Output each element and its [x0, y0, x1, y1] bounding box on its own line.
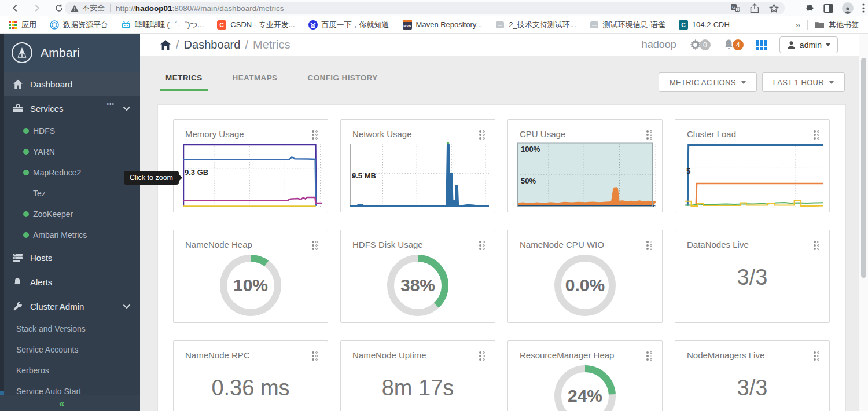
donut-value: 38% — [400, 276, 435, 295]
resourcemanager-heap-donut[interactable]: 24% — [508, 362, 662, 411]
namenode-uptime-value-area[interactable]: 8m 17s — [341, 361, 495, 411]
cpu-usage-chart[interactable]: 100%50% — [517, 142, 655, 207]
sidebar-collapse-bar[interactable]: « — [0, 395, 140, 411]
home-icon[interactable] — [160, 39, 171, 50]
tab-config-history[interactable]: CONFIG HISTORY — [303, 74, 383, 91]
sidebar-item-zookeeper[interactable]: ZooKeeper — [0, 204, 140, 225]
reload-icon[interactable] — [53, 2, 65, 14]
sidebar-nav: DashboardServices•••HDFSYARNMapReduce2Te… — [0, 72, 140, 402]
breadcrumb-metrics: Metrics — [253, 38, 290, 52]
bookmark-label: 测试环境信息·语雀 — [603, 20, 665, 30]
drag-handle-icon[interactable] — [814, 129, 820, 140]
card-cpu-usage: CPU Usage100%50% — [507, 119, 663, 212]
address-bar[interactable]: 不安全 http://hadoop01:8080/#/main/dashboar… — [65, 2, 785, 14]
sidebar-item-dashboard[interactable]: Dashboard — [0, 72, 140, 96]
url-text[interactable]: http://hadoop01:8080/#/main/dashboard/me… — [116, 4, 284, 13]
sidebar-item-tez[interactable]: Tez — [0, 183, 140, 204]
chevron-down-icon[interactable] — [123, 106, 131, 111]
bookmark-2[interactable]: 2_技术支持测试环... — [495, 20, 576, 30]
alerts-button[interactable]: 4 — [723, 39, 744, 51]
page-scrollbar[interactable] — [859, 34, 868, 411]
bookmarks-overflow-chevron[interactable]: » — [796, 20, 800, 30]
sidebar-item-stack-and-versions[interactable]: Stack and Versions — [0, 318, 140, 339]
cluster-load-chart[interactable]: 5 — [685, 142, 822, 207]
page-scrollbar-thumb[interactable] — [861, 58, 866, 278]
forward-icon[interactable] — [31, 2, 43, 14]
views-grid-icon[interactable] — [756, 40, 767, 50]
sidebar-item-ambari-metrics[interactable]: Ambari Metrics — [0, 225, 140, 245]
bell-icon — [13, 277, 23, 287]
drag-handle-icon[interactable] — [312, 240, 318, 251]
hdfs-disk-usage-donut[interactable]: 38% — [341, 251, 495, 320]
tab-heatmaps[interactable]: HEATMAPS — [227, 74, 283, 91]
namenode-rpc-value-area[interactable]: 0.36 ms — [174, 361, 328, 411]
drag-handle-icon[interactable] — [646, 350, 653, 361]
chart-y-label: 50% — [521, 177, 536, 185]
nodemanagers-live-value-area[interactable]: 3/3 — [675, 361, 829, 411]
browser-menu-kebab-icon[interactable] — [862, 3, 865, 13]
sidebar-item-yarn[interactable]: YARN — [0, 141, 140, 162]
network-usage-chart[interactable]: 9.5 MB — [350, 142, 488, 207]
sidebar-item-hdfs[interactable]: HDFS — [0, 120, 140, 141]
breadcrumb-dashboard[interactable]: Dashboard — [184, 38, 241, 52]
drag-handle-icon[interactable] — [646, 129, 653, 140]
drag-handle-icon[interactable] — [814, 240, 820, 251]
sidebar-item-label: MapReduce2 — [33, 168, 81, 177]
sidebar-scrollbar[interactable] — [0, 34, 4, 411]
extensions-puzzle-icon[interactable] — [804, 3, 815, 13]
metric-actions-button[interactable]: METRIC ACTIONS — [659, 72, 757, 92]
bookmark-104-2-cdh[interactable]: C104.2-CDH — [679, 20, 730, 30]
bookmark-csdn[interactable]: CCSDN - 专业开发... — [217, 20, 295, 30]
chevron-down-icon — [741, 81, 746, 84]
chevron-down-icon[interactable] — [123, 304, 131, 309]
page-header: / Dashboard / Metrics hadoop 0 4 admin — [140, 34, 868, 56]
drag-handle-icon[interactable] — [312, 350, 318, 361]
memory-usage-chart[interactable]: 9.3 GB — [183, 142, 321, 207]
sidebar-item-label: Service Auto Start — [16, 387, 81, 396]
bookmark-[interactable]: 数据资源平台 — [50, 20, 108, 30]
sidebar-item-services[interactable]: Services••• — [0, 96, 140, 120]
sidebar-item-service-accounts[interactable]: Service Accounts — [0, 339, 140, 360]
service-status-dot-green — [23, 232, 29, 238]
drag-handle-icon[interactable] — [479, 350, 486, 361]
service-status-dot-green — [23, 149, 29, 155]
svg-text:C: C — [220, 21, 225, 28]
bookmark-[interactable]: 测试环境信息·语雀 — [590, 20, 665, 30]
sidebar-item-hosts[interactable]: Hosts — [0, 245, 140, 270]
card-title: ResourceManager Heap — [520, 350, 614, 360]
background-ops-button[interactable]: 0 — [689, 39, 711, 51]
other-bookmarks-folder[interactable]: 其他书签 — [815, 20, 859, 30]
share-icon[interactable] — [750, 3, 759, 13]
profile-avatar[interactable] — [842, 2, 854, 14]
more-actions-icon[interactable]: ••• — [106, 101, 115, 107]
drag-handle-icon[interactable] — [479, 129, 486, 140]
bookmark-star-icon[interactable] — [769, 3, 779, 13]
collapse-sidebar-icon[interactable]: « — [59, 398, 64, 409]
security-label[interactable]: 不安全 — [82, 3, 105, 13]
bookmark-[interactable]: 应用 — [8, 20, 36, 30]
back-icon[interactable] — [9, 2, 21, 14]
tab-metrics[interactable]: METRICS — [160, 74, 208, 91]
sidebar-item-cluster-admin[interactable]: Cluster Admin — [0, 294, 140, 318]
data-platform-icon — [50, 20, 59, 30]
drag-handle-icon[interactable] — [479, 240, 486, 251]
time-range-button[interactable]: LAST 1 HOUR — [762, 72, 845, 92]
bookmark-maven-repository[interactable]: MVNMaven Repository... — [403, 20, 483, 30]
translate-icon[interactable]: G文 — [730, 3, 740, 13]
sidebar-item-label: ZooKeeper — [33, 210, 73, 219]
sidebar-item-alerts[interactable]: Alerts — [0, 270, 140, 294]
side-panel-icon[interactable] — [823, 3, 833, 13]
bookmark-label: 数据资源平台 — [63, 20, 108, 30]
user-menu-button[interactable]: admin — [779, 36, 838, 53]
drag-handle-icon[interactable] — [814, 350, 820, 361]
bookmark-[interactable]: du百度一下，你就知道 — [308, 20, 389, 30]
sidebar-item-kerberos[interactable]: Kerberos — [0, 360, 140, 381]
drag-handle-icon[interactable] — [312, 129, 318, 140]
bookmark-[interactable]: 哔哩哔哩 (゜-゜)つ... — [122, 20, 204, 30]
datanodes-live-value-area[interactable]: 3/3 — [675, 251, 829, 319]
service-status-dot-green — [23, 211, 29, 217]
namenode-heap-donut[interactable]: 10% — [174, 251, 328, 320]
drag-handle-icon[interactable] — [646, 240, 653, 251]
namenode-cpu-wio-donut[interactable]: 0.0% — [508, 251, 662, 320]
sidebar-item-mapreduce2[interactable]: MapReduce2 — [0, 162, 140, 183]
